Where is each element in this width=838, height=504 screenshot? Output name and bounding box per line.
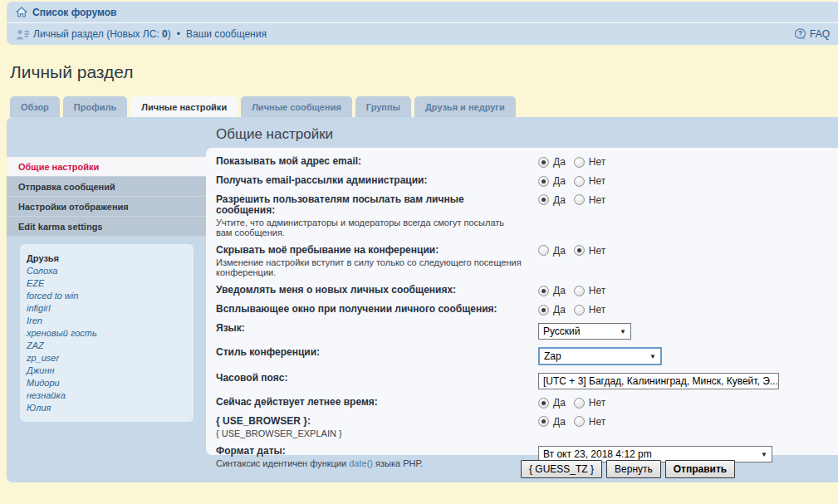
style-select[interactable]: Zap▼	[538, 347, 662, 365]
friend-link[interactable]: Юлия	[27, 402, 187, 414]
form-row-show-email: Показывать мой адрес email: Да Нет	[216, 156, 832, 168]
form-row-popup-pm: Всплывающее окно при получении личного с…	[216, 304, 832, 316]
field-label: Сейчас действует летнее время:	[216, 397, 522, 408]
forum-list-link[interactable]: Список форумов	[32, 7, 116, 18]
friend-link[interactable]: forced to win	[27, 290, 187, 302]
question-icon: ?	[794, 28, 807, 41]
radio-yes[interactable]	[538, 398, 549, 409]
faq-link[interactable]: FAQ	[810, 28, 830, 40]
radio-yes[interactable]	[538, 176, 549, 187]
friends-box: Друзья Солоха EZE forced to win infigirl…	[20, 244, 194, 422]
radio-no[interactable]	[574, 176, 585, 187]
timezone-select[interactable]: [UTC + 3] Багдад, Калининград, Минск, Ку…	[538, 373, 779, 389]
radio-yes[interactable]	[538, 416, 549, 427]
field-label: Часовой пояс:	[216, 373, 522, 384]
field-label: Стиль конференции:	[216, 347, 522, 358]
radio-no[interactable]	[574, 398, 585, 409]
friend-link[interactable]: infigirl	[27, 302, 187, 315]
radio-yes[interactable]	[538, 157, 549, 168]
friend-link[interactable]: EZE	[27, 277, 187, 290]
radio-group: Да Нет	[538, 304, 832, 316]
sidebar-item-compose-messages[interactable]: Отправка сообщений	[7, 177, 206, 197]
chevron-down-icon: ▼	[649, 353, 656, 360]
chevron-down-icon: ▼	[620, 328, 626, 335]
sidebar-item-display-settings[interactable]: Настройки отображения	[7, 197, 206, 217]
friend-link[interactable]: Мидори	[27, 377, 187, 389]
your-messages-link[interactable]: Ваши сообщения	[186, 28, 267, 40]
field-label: Уведомлять меня о новых личных сообщения…	[216, 285, 522, 296]
radio-group: Да Нет	[538, 156, 832, 168]
tab-profile[interactable]: Профиль	[63, 96, 127, 117]
guess-tz-button[interactable]: { GUESS_TZ }	[521, 460, 602, 478]
field-explanation: { USE_BROWSER_EXPLAIN }	[216, 428, 522, 438]
radio-no[interactable]	[574, 245, 585, 256]
form-row-style: Стиль конференции: Zap▼	[216, 347, 832, 365]
tab-friends-foes[interactable]: Друзья и недруги	[414, 96, 516, 117]
main-content: Общие настройки Показывать мой адрес ema…	[206, 117, 838, 482]
form-row-timezone: Часовой пояс: [UTC + 3] Багдад, Калининг…	[216, 373, 832, 389]
friend-link[interactable]: хреновый гость	[27, 327, 187, 340]
header-bar: Список форумов Личный раздел (Новых ЛС: …	[7, 2, 838, 45]
chevron-down-icon: ▼	[761, 451, 767, 458]
field-explanation: Синтаксис идентичен функции date() языка…	[216, 458, 522, 468]
radio-yes[interactable]	[538, 194, 549, 205]
form-row-allow-pm: Разрешить пользователям посылать вам лич…	[216, 194, 832, 237]
field-label: { USE_BROWSER }:	[216, 416, 522, 427]
friend-link[interactable]: Солоха	[27, 265, 187, 277]
field-label: Получать email-рассылки администрации:	[216, 175, 522, 186]
radio-yes[interactable]	[538, 245, 549, 256]
user-nav-bar: Личный раздел (Новых ЛС: 0) • Ваши сообщ…	[7, 23, 838, 45]
field-label: Формат даты:	[216, 446, 522, 457]
personal-section-link[interactable]: Личный раздел (Новых ЛС: 0)	[33, 28, 171, 40]
submit-button[interactable]: Отправить	[665, 460, 735, 478]
radio-no[interactable]	[574, 416, 585, 427]
field-label: Показывать мой адрес email:	[216, 156, 522, 167]
field-label: Всплывающее окно при получении личного с…	[216, 304, 522, 315]
radio-group: Да Нет	[538, 397, 832, 409]
breadcrumb: Список форумов	[7, 2, 838, 23]
radio-no[interactable]	[574, 157, 585, 168]
date-function-link[interactable]: date()	[349, 458, 373, 468]
tab-groups[interactable]: Группы	[355, 96, 411, 117]
radio-group: Да Нет	[538, 194, 832, 237]
ucp-tabs: Обзор Профиль Личные настройки Личные со…	[10, 96, 838, 117]
field-label: Разрешить пользователям посылать вам лич…	[216, 194, 522, 216]
sidebar-item-general-settings[interactable]: Общие настройки	[7, 157, 206, 177]
page-title: Личный раздел	[10, 62, 838, 82]
radio-yes[interactable]	[538, 286, 549, 296]
separator-bullet: •	[177, 28, 180, 40]
friend-link[interactable]: Джинн	[27, 365, 187, 377]
reset-button[interactable]: Вернуть	[606, 460, 661, 478]
friend-link[interactable]: незнайка	[27, 389, 187, 402]
tab-private-messages[interactable]: Личные сообщения	[241, 96, 352, 117]
friend-link[interactable]: ZAZ	[27, 340, 187, 352]
friend-link[interactable]: Iren	[27, 315, 187, 327]
form-row-hide-online: Скрывать моё пребывание на конференции: …	[216, 245, 832, 277]
radio-no[interactable]	[574, 286, 585, 296]
radio-group: Да Нет	[538, 416, 832, 438]
radio-group: Да Нет	[538, 175, 832, 187]
sidebar: Общие настройки Отправка сообщений Настр…	[7, 117, 206, 482]
friend-link[interactable]: zp_user	[27, 352, 187, 365]
field-label: Язык:	[216, 323, 522, 334]
sidebar-menu: Общие настройки Отправка сообщений Настр…	[7, 157, 206, 237]
tab-preferences[interactable]: Личные настройки	[130, 96, 238, 117]
tab-overview[interactable]: Обзор	[10, 96, 60, 117]
field-label: Скрывать моё пребывание на конференции:	[216, 245, 522, 256]
home-icon	[16, 7, 27, 17]
form-row-language: Язык: Русский▼	[216, 323, 832, 340]
radio-group: Да Нет	[538, 285, 832, 296]
radio-no[interactable]	[574, 305, 585, 316]
radio-yes[interactable]	[538, 305, 549, 316]
form-row-dst: Сейчас действует летнее время: Да Нет	[216, 397, 832, 409]
language-select[interactable]: Русский▼	[538, 323, 631, 340]
svg-text:?: ?	[798, 29, 802, 37]
radio-group: Да Нет	[538, 245, 832, 277]
form-row-use-browser: { USE_BROWSER }: { USE_BROWSER_EXPLAIN }…	[216, 416, 832, 438]
radio-no[interactable]	[574, 194, 585, 205]
page: Список форумов Личный раздел (Новых ЛС: …	[0, 2, 838, 482]
friends-title: Друзья	[27, 253, 59, 263]
new-pm-count: 0	[162, 28, 168, 40]
sidebar-item-karma-settings[interactable]: Edit karma settings	[7, 217, 206, 237]
user-messages-icon	[16, 29, 30, 40]
